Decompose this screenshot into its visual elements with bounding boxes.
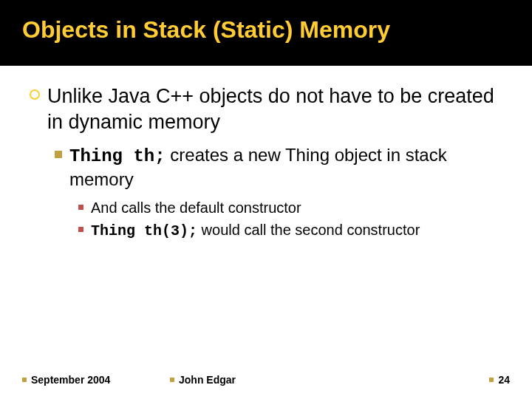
bullet-level2: Thing th; creates a new Thing object in … bbox=[55, 143, 510, 191]
slide-content: Unlike Java C++ objects do not have to b… bbox=[0, 66, 532, 241]
bullet-text: Thing th; creates a new Thing object in … bbox=[69, 143, 510, 191]
slide-footer: September 2004 John Edgar 24 bbox=[0, 374, 532, 386]
dash-icon bbox=[170, 378, 174, 382]
footer-page: 24 bbox=[498, 374, 510, 386]
footer-page-block: 24 bbox=[489, 374, 510, 386]
footer-date-block: September 2004 bbox=[22, 374, 170, 386]
square-bullet-icon bbox=[78, 227, 83, 232]
footer-author: John Edgar bbox=[179, 374, 236, 386]
title-bar: Objects in Stack (Static) Memory bbox=[0, 0, 532, 66]
code-snippet: Thing th; bbox=[69, 146, 166, 166]
circle-bullet-icon bbox=[30, 89, 40, 100]
bullet-text: Thing th(3); would call the second const… bbox=[91, 220, 420, 241]
slide-title: Objects in Stack (Static) Memory bbox=[22, 16, 510, 44]
bullet-level3: Thing th(3); would call the second const… bbox=[78, 220, 510, 241]
bullet-text: Unlike Java C++ objects do not have to b… bbox=[47, 83, 510, 134]
bullet-rest: would call the second constructor bbox=[197, 222, 420, 238]
square-bullet-icon bbox=[78, 205, 83, 210]
bullet-text: And calls the default constructor bbox=[91, 198, 301, 217]
dash-icon bbox=[22, 378, 27, 382]
bullet-level3: And calls the default constructor bbox=[78, 198, 510, 217]
dash-icon bbox=[489, 378, 494, 382]
bullet-level1: Unlike Java C++ objects do not have to b… bbox=[30, 83, 510, 134]
code-snippet: Thing th(3); bbox=[91, 222, 197, 239]
square-bullet-icon bbox=[55, 151, 62, 158]
footer-author-block: John Edgar bbox=[170, 374, 489, 386]
footer-date: September 2004 bbox=[31, 374, 110, 386]
